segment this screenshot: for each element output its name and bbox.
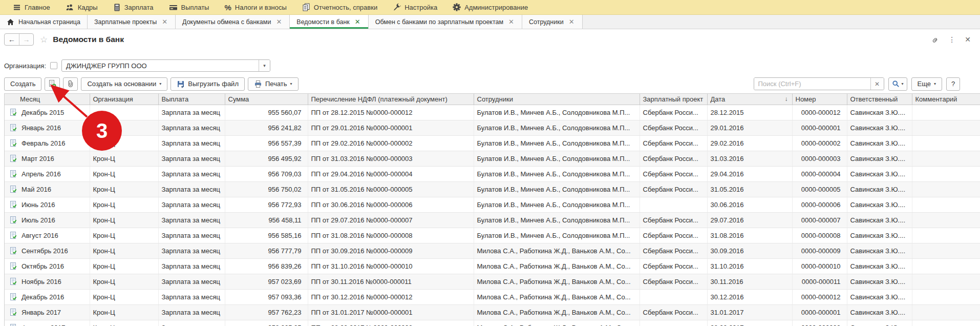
- cell-comment[interactable]: [912, 258, 980, 274]
- cell-payout[interactable]: Зарплата за месяц: [158, 151, 225, 166]
- cell-responsible[interactable]: Савинская З.Ю....: [847, 181, 912, 197]
- cell-comment[interactable]: [912, 135, 980, 151]
- cell-number[interactable]: 0000-000005: [792, 181, 847, 197]
- cell-employees[interactable]: Милова С.А., Работкина Ж.Д., Ваньков А.М…: [474, 289, 640, 304]
- cell-org[interactable]: Крон-Ц: [90, 151, 158, 166]
- cell-date[interactable]: 31.08.2016: [707, 228, 792, 243]
- cell-employees[interactable]: Милова С.А., Работкина Ж.Д., Ваньков А.М…: [474, 243, 640, 258]
- cell-ndfl[interactable]: ПП от 29.07.2016 №0000-000007: [308, 212, 474, 228]
- cell-employees[interactable]: Булатов И.В., Минчев А.Б., Солодовникова…: [474, 135, 640, 151]
- search-settings-button[interactable]: ▾: [888, 77, 907, 91]
- cell-responsible[interactable]: Савинская З.Ю....: [847, 120, 912, 135]
- cell-responsible[interactable]: Савинская З.Ю....: [847, 105, 912, 120]
- create-copy-button[interactable]: [45, 77, 60, 91]
- cell-project[interactable]: Сбербанк Росси...: [640, 243, 707, 258]
- cell-sum[interactable]: 956 585,16: [225, 228, 308, 243]
- cell-project[interactable]: Сбербанк Росси...: [640, 212, 707, 228]
- cell-month[interactable]: Август 2016: [5, 228, 90, 243]
- search-clear-icon[interactable]: ✕: [870, 78, 884, 90]
- cell-org[interactable]: Крон-Ц: [90, 166, 158, 181]
- cell-employees[interactable]: Булатов И.В., Минчев А.Б., Солодовникова…: [474, 120, 640, 135]
- cell-payout[interactable]: Зарплата за месяц: [158, 304, 225, 320]
- cell-date[interactable]: 31.01.2017: [707, 304, 792, 320]
- cell-org[interactable]: Крон-Ц: [90, 304, 158, 320]
- tab-bank-sheets[interactable]: Ведомости в банк✕: [290, 15, 368, 29]
- cell-org[interactable]: Крон-Ц: [90, 212, 158, 228]
- column-header-project[interactable]: Зарплатный проект: [640, 94, 707, 105]
- cell-responsible[interactable]: Савинская З.Ю....: [847, 320, 912, 326]
- cell-payout[interactable]: Зарплата за месяц: [158, 228, 225, 243]
- column-header-ndfl[interactable]: Перечисление НДФЛ (платежный документ): [308, 94, 474, 105]
- cell-date[interactable]: 28.02.2017: [707, 320, 792, 326]
- cell-employees[interactable]: Милова С.А., Работкина Ж.Д., Ваньков А.М…: [474, 304, 640, 320]
- chevron-down-icon[interactable]: ▾: [259, 60, 270, 71]
- cell-org[interactable]: Крон-Ц: [90, 243, 158, 258]
- cell-ndfl[interactable]: ПП от 30.06.2016 №0000-000006: [308, 197, 474, 212]
- cell-month[interactable]: Сентябрь 2016: [5, 243, 90, 258]
- forward-button[interactable]: →: [19, 34, 33, 45]
- cell-payout[interactable]: Зарплата за месяц: [158, 135, 225, 151]
- table-row[interactable]: Август 2016Крон-ЦЗарплата за месяц956 58…: [5, 228, 980, 243]
- cell-month[interactable]: Январь 2016: [5, 120, 90, 135]
- cell-employees[interactable]: Булатов И.В., Минчев А.Б., Солодовникова…: [474, 151, 640, 166]
- cell-comment[interactable]: [912, 166, 980, 181]
- cell-comment[interactable]: [912, 181, 980, 197]
- cell-month[interactable]: Февраль 2016: [5, 135, 90, 151]
- cell-ndfl[interactable]: ПП от 29.02.2016 №0000-000002: [308, 135, 474, 151]
- cell-date[interactable]: 29.02.2016: [707, 135, 792, 151]
- tab-close-icon[interactable]: ✕: [161, 17, 168, 26]
- menu-item-kadry[interactable]: Кадры: [58, 0, 105, 14]
- cell-number[interactable]: 0000-000004: [792, 166, 847, 181]
- menu-item-vyplaty[interactable]: Выплаты: [161, 0, 217, 14]
- cell-comment[interactable]: [912, 304, 980, 320]
- menu-item-glavnoe[interactable]: Главное: [5, 0, 58, 14]
- cell-month[interactable]: Декабрь 2015: [5, 105, 90, 120]
- cell-sum[interactable]: 958 025,25: [225, 320, 308, 326]
- tab-close-icon[interactable]: ✕: [275, 17, 283, 26]
- cell-number[interactable]: 0000-000008: [792, 228, 847, 243]
- cell-org[interactable]: [90, 105, 158, 120]
- table-row[interactable]: Март 2016Крон-ЦЗарплата за месяц956 495,…: [5, 151, 980, 166]
- create-based-on-button[interactable]: Создать на основании ▾: [81, 77, 167, 91]
- cell-employees[interactable]: Булатов И.В., Минчев А.Б., Солодовникова…: [474, 105, 640, 120]
- cell-month[interactable]: Март 2016: [5, 151, 90, 166]
- table-row[interactable]: Июль 2016Крон-ЦЗарплата за месяц956 458,…: [5, 212, 980, 228]
- cell-month[interactable]: Ноябрь 2016: [5, 274, 90, 289]
- column-header-month[interactable]: Месяц: [5, 94, 90, 105]
- attachments-button[interactable]: [63, 77, 78, 91]
- cell-employees[interactable]: Булатов И.В., Минчев А.Б., Солодовникова…: [474, 212, 640, 228]
- cell-payout[interactable]: Зарплата за месяц: [158, 120, 225, 135]
- menu-item-otchetnost-spravki[interactable]: Отчетность, справки: [294, 0, 385, 14]
- cell-sum[interactable]: 956 458,11: [225, 212, 308, 228]
- cell-responsible[interactable]: Савинская З.Ю....: [847, 274, 912, 289]
- tab-close-icon[interactable]: ✕: [507, 17, 515, 26]
- cell-ndfl[interactable]: ПП от 28.02.2017 №0000-000002: [308, 320, 474, 326]
- column-header-sum[interactable]: Сумма: [225, 94, 308, 105]
- table-row[interactable]: Февраль 2017Крон-ЦЗарплата за месяц958 0…: [5, 320, 980, 326]
- cell-number[interactable]: 0000-000002: [792, 135, 847, 151]
- column-header-employees[interactable]: Сотрудники: [474, 94, 640, 105]
- cell-sum[interactable]: 957 093,36: [225, 289, 308, 304]
- menu-item-administrirovanie[interactable]: Администрирование: [445, 0, 536, 14]
- cell-sum[interactable]: 956 495,92: [225, 151, 308, 166]
- cell-date[interactable]: 28.12.2015: [707, 105, 792, 120]
- table-row[interactable]: Декабрь 2016Крон-ЦЗарплата за месяц957 0…: [5, 289, 980, 304]
- cell-ndfl[interactable]: ПП от 30.11.2016 №0000-000011: [308, 274, 474, 289]
- cell-responsible[interactable]: Савинская З.Ю....: [847, 151, 912, 166]
- cell-project[interactable]: Сбербанк Росси...: [640, 181, 707, 197]
- get-link-icon[interactable]: [931, 36, 939, 44]
- column-header-comment[interactable]: Комментарий: [912, 94, 980, 105]
- cell-payout[interactable]: Зарплата за месяц: [158, 166, 225, 181]
- cell-payout[interactable]: Зарплата за месяц: [158, 197, 225, 212]
- cell-ndfl[interactable]: ПП от 31.08.2016 №0000-000008: [308, 228, 474, 243]
- cell-org[interactable]: Крон-Ц: [90, 320, 158, 326]
- cell-date[interactable]: 30.12.2016: [707, 289, 792, 304]
- tab-close-icon[interactable]: ✕: [568, 17, 576, 26]
- print-button[interactable]: Печать ▾: [248, 77, 299, 91]
- cell-number[interactable]: 0000-000006: [792, 197, 847, 212]
- cell-month[interactable]: Декабрь 2016: [5, 289, 90, 304]
- search-input[interactable]: [754, 78, 870, 90]
- table-row[interactable]: Ноябрь 2016Крон-ЦЗарплата за месяц957 02…: [5, 274, 980, 289]
- cell-project[interactable]: Сбербанк Росси...: [640, 228, 707, 243]
- cell-responsible[interactable]: Савинская З.Ю....: [847, 212, 912, 228]
